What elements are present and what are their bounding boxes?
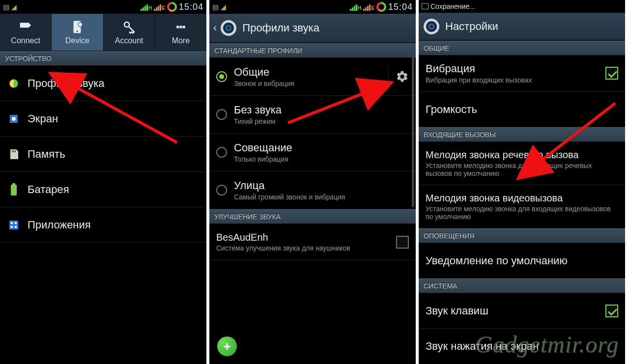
checkbox-off[interactable]	[396, 236, 409, 249]
row-label: Батарея	[28, 183, 200, 196]
page-title: Настройки	[445, 20, 498, 33]
tab-device[interactable]: Device	[52, 14, 103, 51]
profile-meeting[interactable]: Совещание Только вибрация	[209, 134, 416, 171]
tab-label: Account	[115, 36, 143, 45]
svg-point-8	[124, 22, 129, 27]
sound-profiles-icon	[7, 78, 21, 89]
apps-icon	[7, 219, 21, 231]
svg-rect-19	[11, 185, 17, 196]
row-touch-sound[interactable]: Звук нажатия на экран	[419, 329, 625, 364]
row-sublabel: Тихий режим	[234, 117, 409, 125]
brush-icon: ◢	[11, 3, 17, 11]
settings-app-icon	[220, 19, 237, 37]
row-label: Приложения	[28, 219, 200, 231]
row-storage[interactable]: Память	[0, 137, 206, 172]
profile-outdoor[interactable]: Улица Самый громкий звонок и вибрация	[209, 171, 416, 209]
row-label: Мелодия звонка видеовызова	[426, 193, 618, 204]
profile-silent[interactable]: Без звука Тихий режим	[209, 96, 416, 134]
row-label: Вибрация	[426, 62, 599, 75]
clock: 15:04	[179, 2, 203, 12]
tab-more[interactable]: More	[155, 14, 206, 51]
row-label: BesAudEnh	[216, 232, 389, 243]
scrollbar[interactable]	[412, 55, 414, 207]
section-enhancement: УЛУЧШЕНИЕ ЗВУКА	[209, 209, 416, 224]
battery-icon	[376, 2, 386, 12]
row-label: Экран	[28, 112, 200, 125]
svg-rect-9	[176, 26, 179, 28]
settings-tabs: Connect Device Account More	[0, 14, 206, 51]
row-label: Без звука	[234, 104, 409, 116]
plus-icon: +	[223, 339, 230, 354]
checkbox-on[interactable]	[605, 305, 618, 317]
row-default-notification[interactable]: Уведомление по умолчанию	[419, 243, 625, 279]
svg-rect-24	[15, 226, 17, 228]
wifi-icon: ▤	[212, 3, 219, 11]
profile-settings-button[interactable]	[388, 66, 409, 87]
tab-account[interactable]: Account	[104, 14, 155, 51]
svg-rect-22	[15, 222, 17, 224]
back-icon[interactable]: ‹	[213, 22, 217, 34]
profile-general[interactable]: Общие Звонок и вибрация	[209, 58, 416, 96]
svg-rect-18	[12, 183, 15, 185]
row-sound-profiles[interactable]: Профили звука	[0, 66, 206, 101]
radio-unselected[interactable]	[216, 109, 227, 120]
saving-text: Сохранение...	[430, 2, 475, 10]
row-sublabel: Система улучшения звука для наушников	[216, 244, 389, 252]
row-label: Улица	[234, 179, 409, 192]
image-icon	[422, 3, 429, 9]
row-label: Звук клавиш	[426, 305, 599, 317]
row-sublabel: Вибрация при входящих вызовах	[426, 76, 599, 84]
row-besaudenh[interactable]: BesAudEnh Система улучшения звука для на…	[209, 224, 416, 260]
app-bar: ‹ Профили звука	[209, 14, 416, 43]
tab-label: Device	[65, 36, 89, 45]
row-label: Мелодия звонка речевого вызова	[426, 149, 618, 161]
radio-selected[interactable]	[216, 71, 227, 82]
row-volume[interactable]: Громкость	[419, 92, 625, 127]
display-icon	[7, 113, 21, 125]
row-battery[interactable]: Батарея	[0, 172, 206, 207]
svg-rect-17	[15, 150, 16, 152]
app-bar: Настройки	[419, 13, 625, 40]
key-icon	[122, 20, 137, 34]
svg-rect-16	[13, 150, 14, 152]
radio-unselected[interactable]	[216, 185, 227, 196]
brush-icon: ◢	[221, 3, 226, 11]
row-apps[interactable]: Приложения	[0, 207, 206, 243]
svg-rect-23	[11, 226, 13, 228]
row-label: Звук нажатия на экран	[426, 340, 618, 353]
svg-rect-10	[179, 26, 182, 28]
row-label: Громкость	[426, 103, 618, 116]
status-bar: Сохранение...	[419, 0, 625, 13]
section-device: УСТРОЙСТВО	[0, 51, 206, 66]
row-vibration[interactable]: Вибрация Вибрация при входящих вызовах	[419, 56, 625, 92]
row-label: Память	[28, 148, 200, 161]
checkbox-on[interactable]	[605, 67, 618, 80]
svg-rect-21	[11, 222, 13, 224]
row-key-sound[interactable]: Звук клавиш	[419, 293, 625, 329]
svg-point-5	[77, 30, 79, 32]
svg-point-14	[12, 117, 16, 121]
row-video-ringtone[interactable]: Мелодия звонка видеовызова Установите ме…	[419, 185, 625, 228]
row-voice-ringtone[interactable]: Мелодия звонка речевого вызова Установит…	[419, 142, 625, 185]
status-bar: ▤ ◢ H E 15:04	[0, 0, 206, 14]
connect-icon	[18, 20, 33, 34]
gear-icon	[396, 70, 409, 84]
svg-rect-15	[12, 150, 13, 152]
device-icon	[70, 20, 85, 34]
tab-connect[interactable]: Connect	[0, 14, 52, 51]
tab-label: Connect	[11, 36, 40, 45]
settings-app-icon	[423, 18, 440, 35]
row-label: Совещание	[234, 141, 409, 154]
add-profile-button[interactable]: +	[217, 336, 237, 356]
row-sublabel: Самый громкий звонок и вибрация	[234, 193, 409, 201]
svg-rect-11	[183, 26, 185, 28]
wifi-icon: ▤	[3, 3, 9, 11]
row-display[interactable]: Экран	[0, 101, 206, 137]
battery-icon	[167, 2, 177, 12]
radio-unselected[interactable]	[216, 147, 227, 158]
screen-profile-settings: Сохранение... Настройки ОБЩИЕ Вибрация В…	[419, 0, 625, 364]
row-sublabel: Установите мелодию звонка для входящих р…	[426, 162, 618, 177]
clock: 15:04	[388, 2, 413, 12]
svg-point-7	[79, 23, 83, 27]
sd-card-icon	[7, 148, 21, 160]
